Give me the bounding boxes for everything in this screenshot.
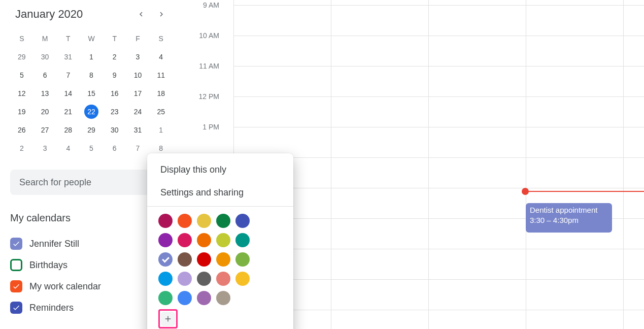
color-swatch[interactable] <box>216 291 230 305</box>
event-title: Dentist appointment <box>530 205 608 215</box>
mini-calendar-day[interactable]: 19 <box>10 103 33 121</box>
mini-calendar-day[interactable]: 13 <box>33 84 57 103</box>
hour-slot[interactable] <box>233 96 644 127</box>
mini-calendar-day[interactable]: 5 <box>10 66 33 84</box>
mini-calendar-day[interactable]: 31 <box>126 121 150 139</box>
check-icon <box>12 282 20 290</box>
mini-calendar-day[interactable]: 8 <box>80 66 103 84</box>
mini-calendar-day[interactable]: 7 <box>126 139 150 157</box>
chevron-right-icon <box>157 10 166 19</box>
chevron-left-icon <box>137 10 146 19</box>
mini-calendar-day[interactable]: 27 <box>33 121 57 139</box>
hour-slot[interactable] <box>233 127 644 157</box>
calendar-checkbox[interactable] <box>10 302 22 314</box>
calendar-event[interactable]: Dentist appointment 3:30 – 4:30pm <box>526 203 612 233</box>
hour-slot[interactable] <box>233 279 644 310</box>
settings-and-sharing-item[interactable]: Settings and sharing <box>147 181 293 204</box>
mini-calendar-day[interactable]: 3 <box>126 48 150 66</box>
color-swatch[interactable] <box>235 272 250 286</box>
calendar-checkbox[interactable] <box>10 238 22 250</box>
mini-calendar-day[interactable]: 26 <box>10 121 33 139</box>
mini-calendar-day[interactable]: 3 <box>33 139 57 157</box>
day-column-line <box>526 0 526 329</box>
mini-calendar-day[interactable]: 16 <box>103 84 126 103</box>
color-swatch[interactable] <box>235 214 250 228</box>
display-this-only-item[interactable]: Display this only <box>147 158 293 181</box>
mini-calendar-day[interactable]: 2 <box>10 139 33 157</box>
color-swatch[interactable] <box>216 214 230 228</box>
color-swatch[interactable] <box>197 291 211 305</box>
color-swatch[interactable] <box>235 252 250 267</box>
mini-calendar: SMTWTFS293031123456789101112131415161718… <box>10 29 173 157</box>
mini-calendar-dow: F <box>126 29 150 48</box>
mini-calendar-day[interactable]: 1 <box>80 48 103 66</box>
mini-calendar-day[interactable]: 7 <box>56 66 80 84</box>
hour-slot[interactable] <box>233 249 644 279</box>
mini-calendar-day[interactable]: 12 <box>10 84 33 103</box>
mini-calendar-day[interactable]: 10 <box>126 66 150 84</box>
mini-calendar-day[interactable]: 15 <box>80 84 103 103</box>
color-swatch[interactable] <box>216 252 230 267</box>
color-swatch[interactable] <box>178 233 192 247</box>
mini-calendar-day[interactable]: 30 <box>103 121 126 139</box>
mini-calendar-day[interactable]: 29 <box>10 48 33 66</box>
mini-calendar-day[interactable]: 21 <box>56 103 80 121</box>
mini-calendar-day[interactable]: 25 <box>149 103 173 121</box>
calendar-checkbox[interactable] <box>10 259 22 271</box>
mini-calendar-day[interactable]: 11 <box>149 66 173 84</box>
color-swatch[interactable] <box>216 272 230 286</box>
mini-calendar-prev-button[interactable] <box>133 6 149 22</box>
mini-calendar-day[interactable]: 30 <box>33 48 57 66</box>
calendar-list-label: Birthdays <box>29 260 67 271</box>
color-swatch[interactable] <box>197 233 211 247</box>
check-icon <box>12 304 20 312</box>
mini-calendar-day[interactable]: 24 <box>126 103 150 121</box>
color-swatch[interactable] <box>158 214 173 228</box>
mini-calendar-dow: S <box>149 29 173 48</box>
mini-calendar-day[interactable]: 23 <box>103 103 126 121</box>
mini-calendar-day[interactable]: 14 <box>56 84 80 103</box>
color-swatch[interactable] <box>158 291 173 305</box>
color-swatch[interactable] <box>197 272 211 286</box>
mini-calendar-day[interactable]: 31 <box>56 48 80 66</box>
hour-slot[interactable] <box>233 66 644 96</box>
color-swatch[interactable] <box>178 214 192 228</box>
color-swatch[interactable] <box>216 233 230 247</box>
mini-calendar-title: January 2020 <box>15 8 83 21</box>
color-swatch[interactable] <box>235 233 250 247</box>
add-custom-color-highlight <box>158 309 178 328</box>
color-swatch[interactable] <box>178 272 192 286</box>
color-swatch[interactable] <box>158 252 173 267</box>
hour-slot[interactable] <box>233 157 644 188</box>
mini-calendar-day[interactable]: 18 <box>149 84 173 103</box>
color-swatch[interactable] <box>197 252 211 267</box>
mini-calendar-day[interactable]: 5 <box>80 139 103 157</box>
hour-slot[interactable] <box>233 310 644 329</box>
hour-slot[interactable] <box>233 5 644 36</box>
search-people-input[interactable]: Search for people <box>10 170 163 195</box>
mini-calendar-day[interactable]: 28 <box>56 121 80 139</box>
add-custom-color-button[interactable] <box>161 312 175 326</box>
mini-calendar-day[interactable]: 17 <box>126 84 150 103</box>
mini-calendar-next-button[interactable] <box>153 6 170 22</box>
mini-calendar-day[interactable]: 9 <box>103 66 126 84</box>
mini-calendar-day[interactable]: 29 <box>80 121 103 139</box>
mini-calendar-day[interactable]: 4 <box>56 139 80 157</box>
mini-calendar-day[interactable]: 6 <box>33 66 57 84</box>
mini-calendar-day[interactable]: 1 <box>149 121 173 139</box>
hour-slot[interactable] <box>233 36 644 66</box>
calendar-checkbox[interactable] <box>10 280 22 292</box>
color-swatch[interactable] <box>158 272 173 286</box>
mini-calendar-day[interactable]: 4 <box>149 48 173 66</box>
mini-calendar-day[interactable]: 20 <box>33 103 57 121</box>
time-label: 10 AM <box>199 31 219 40</box>
mini-calendar-day[interactable]: 2 <box>103 48 126 66</box>
color-swatch[interactable] <box>178 291 192 305</box>
calendar-list-label: Jennifer Still <box>29 239 79 249</box>
color-swatch[interactable] <box>197 214 211 228</box>
mini-calendar-day[interactable]: 6 <box>103 139 126 157</box>
color-swatch[interactable] <box>178 252 192 267</box>
mini-calendar-day[interactable]: 22 <box>80 103 103 121</box>
color-swatch[interactable] <box>158 233 173 247</box>
event-time: 3:30 – 4:30pm <box>530 215 608 225</box>
